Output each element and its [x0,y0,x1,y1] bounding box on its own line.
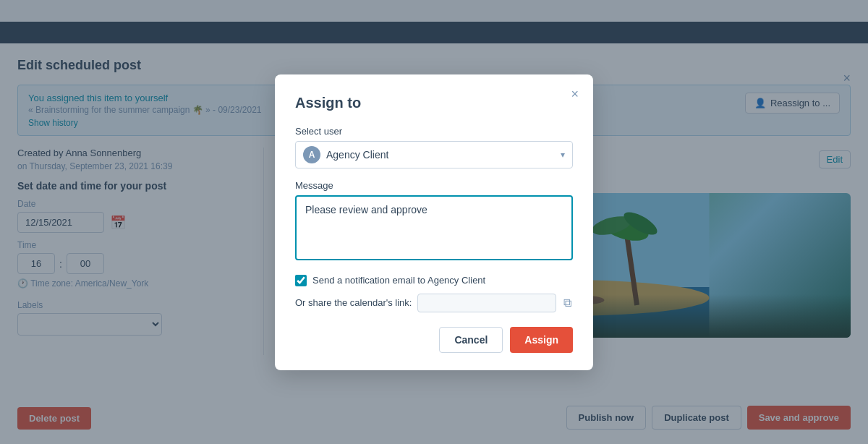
calendar-link-row: Or share the calendar's link: ⧉ [295,294,573,312]
selected-user-text: Agency Client [326,149,561,161]
user-select-wrapper[interactable]: A Agency Client ▾ [295,141,573,168]
calendar-link-label: Or share the calendar's link: [295,297,412,308]
cancel-button[interactable]: Cancel [439,327,503,353]
calendar-link-input[interactable] [417,294,556,312]
message-label: Message [295,180,573,191]
notification-label: Send a notification email to Agency Clie… [312,275,485,286]
assign-modal-close-icon[interactable]: × [571,87,579,101]
message-textarea[interactable]: Please review and approve [295,195,573,260]
modal-footer: Cancel Assign [295,327,573,353]
assign-modal-title: Assign to [295,95,573,111]
select-user-label: Select user [295,126,573,137]
notification-checkbox[interactable] [295,275,307,286]
user-avatar: A [303,146,320,163]
modal-overlay: Assign to × Select user A Agency Client … [0,0,868,444]
message-field-group: Message Please review and approve [295,180,573,263]
dropdown-arrow-icon: ▾ [561,150,565,160]
assign-button[interactable]: Assign [510,327,573,353]
assign-to-modal: Assign to × Select user A Agency Client … [275,74,593,370]
notification-row: Send a notification email to Agency Clie… [295,275,573,286]
copy-link-button[interactable]: ⧉ [562,295,573,311]
select-user-field-group: Select user A Agency Client ▾ [295,126,573,168]
